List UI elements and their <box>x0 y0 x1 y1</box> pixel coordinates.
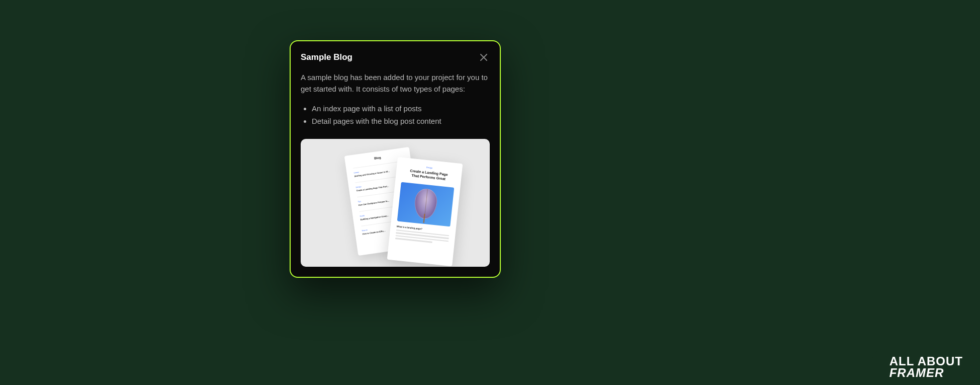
modal-header: Sample Blog <box>301 51 490 63</box>
index-page-title: Blog <box>352 152 403 163</box>
sample-blog-modal: Sample Blog A sample blog has been added… <box>290 40 501 278</box>
modal-bullet-list: An index page with a list of posts Detai… <box>301 102 490 128</box>
preview-detail-page: Design Create a Landing Page That Perfor… <box>387 157 463 266</box>
detail-hero-image <box>397 182 455 226</box>
modal-description: A sample blog has been added to your pro… <box>301 71 490 95</box>
preview-image: Blog Career Starting and Growing a Caree… <box>301 139 490 267</box>
brand-badge: ALL ABOUT FRAMER <box>872 348 980 385</box>
close-button[interactable] <box>478 51 490 63</box>
modal-title: Sample Blog <box>301 52 352 62</box>
list-item: Detail pages with the blog post content <box>312 115 490 128</box>
leaf-icon <box>413 187 438 219</box>
list-item: An index page with a list of posts <box>312 102 490 115</box>
close-icon <box>480 54 487 61</box>
brand-line-2: FRAMER <box>889 367 963 379</box>
